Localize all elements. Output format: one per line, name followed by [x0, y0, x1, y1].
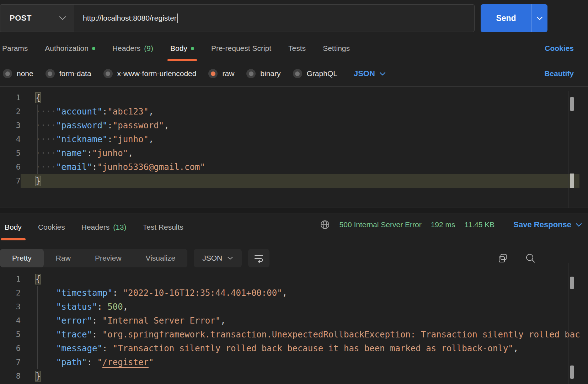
- copy-icon[interactable]: [497, 253, 508, 263]
- cookies-link[interactable]: Cookies: [545, 44, 574, 53]
- code-token: :: [102, 107, 107, 117]
- body-type-raw[interactable]: raw: [208, 69, 234, 78]
- view-preview[interactable]: Preview: [83, 249, 134, 267]
- radio-label: form-data: [59, 69, 91, 78]
- body-type-none[interactable]: none: [3, 69, 33, 78]
- code-text: {: [21, 272, 579, 286]
- code-text: "timestamp": "2022-10-16T12:35:44.401+00…: [21, 286, 579, 300]
- code-line[interactable]: 3 "status": 500,: [0, 300, 579, 314]
- tab-headers[interactable]: Headers(9): [104, 36, 162, 61]
- tab-label: Test Results: [143, 223, 183, 231]
- response-tab-body[interactable]: Body: [0, 213, 30, 241]
- code-token: "junho": [92, 148, 128, 158]
- response-tab-headers[interactable]: Headers(13): [73, 213, 135, 241]
- request-url-row: POST http://localhost:8080/register Send: [0, 4, 547, 32]
- view-visualize[interactable]: Visualize: [134, 249, 188, 267]
- code-line[interactable]: 1{: [0, 91, 579, 105]
- chevron-down-icon: [59, 16, 66, 20]
- response-scrollbar-thumb[interactable]: [570, 277, 574, 289]
- code-token: ····: [36, 148, 56, 158]
- request-scrollbar-thumb[interactable]: [570, 97, 574, 111]
- code-line[interactable]: 5 "trace": "org.springframework.transact…: [0, 327, 579, 341]
- radio-label: x-www-form-urlencoded: [117, 69, 197, 78]
- code-line[interactable]: 3····"password":"password",: [0, 118, 579, 132]
- method-select[interactable]: POST: [0, 4, 74, 32]
- code-line[interactable]: 7}: [0, 174, 579, 188]
- line-number: 6: [0, 344, 21, 353]
- body-type-graphql[interactable]: GraphQL: [293, 69, 337, 78]
- code-line[interactable]: 2 "timestamp": "2022-10-16T12:35:44.401+…: [0, 286, 579, 300]
- body-type-binary[interactable]: binary: [246, 69, 280, 78]
- code-line[interactable]: 7 "path": "/register": [0, 355, 579, 369]
- tab-label: Body: [5, 223, 22, 231]
- code-token: "abc123": [107, 107, 149, 117]
- tab-label: Headers: [81, 223, 109, 231]
- code-token: [36, 357, 56, 367]
- tab-label: Headers: [112, 44, 140, 53]
- code-text: ····"nickname":"junho",: [21, 132, 579, 146]
- response-scrollbar-track[interactable]: [568, 263, 568, 384]
- status-badge[interactable]: 500 Internal Server Error: [340, 220, 422, 229]
- code-token: :: [92, 162, 97, 172]
- save-response-label: Save Response: [513, 220, 571, 229]
- code-line[interactable]: 5····"name":"junho",: [0, 146, 579, 160]
- code-token: "junho5336@gmail.com": [97, 162, 205, 172]
- response-body-editor[interactable]: 1{2 "timestamp": "2022-10-16T12:35:44.40…: [0, 268, 579, 384]
- body-type-form-data[interactable]: form-data: [46, 69, 91, 78]
- code-line[interactable]: 6····"email":"junho5336@gmail.com": [0, 160, 579, 174]
- save-response-button[interactable]: Save Response: [513, 220, 582, 229]
- view-pretty[interactable]: Pretty: [0, 249, 44, 267]
- code-token: "message": [56, 343, 102, 353]
- request-body-editor[interactable]: 1{2····"account":"abc123",3····"password…: [0, 87, 579, 212]
- code-token: [36, 302, 56, 312]
- tab-params[interactable]: Params: [2, 36, 36, 61]
- request-scrollbar-track[interactable]: [568, 91, 568, 208]
- search-icon[interactable]: [525, 253, 536, 263]
- response-view-switch: PrettyRawPreviewVisualize: [0, 249, 187, 267]
- network-globe-icon[interactable]: [320, 219, 330, 230]
- tab-tests[interactable]: Tests: [280, 36, 314, 61]
- code-line[interactable]: 6 "message": "Transaction silently rolle…: [0, 341, 579, 355]
- code-token: ····: [36, 107, 56, 117]
- tab-settings[interactable]: Settings: [314, 36, 358, 61]
- code-line[interactable]: 2····"account":"abc123",: [0, 105, 579, 118]
- response-actions: [497, 253, 582, 263]
- line-number: 4: [0, 316, 21, 325]
- code-line[interactable]: 1{: [0, 272, 579, 286]
- code-token: "name": [56, 148, 87, 158]
- code-line[interactable]: 4 "error": "Internal Server Error",: [0, 314, 579, 327]
- url-input[interactable]: http://localhost:8080/register: [74, 4, 475, 32]
- language-select[interactable]: JSON: [354, 69, 386, 78]
- code-line[interactable]: 8}: [0, 369, 579, 383]
- code-token: [36, 288, 56, 298]
- tab-body[interactable]: Body: [162, 36, 203, 61]
- beautify-link[interactable]: Beautify: [544, 69, 574, 78]
- send-options-chevron-icon[interactable]: [531, 4, 547, 32]
- response-tab-test-results[interactable]: Test Results: [135, 213, 192, 241]
- response-header: BodyCookiesHeaders(13)Test Results 500 I…: [0, 213, 582, 241]
- code-token: "Internal Server Error": [102, 316, 220, 326]
- response-format-select[interactable]: JSON: [194, 249, 242, 267]
- view-raw[interactable]: Raw: [44, 249, 83, 267]
- code-token: }: [36, 371, 41, 381]
- code-text: }: [21, 369, 579, 383]
- code-token: "org.springframework.transaction.Unexpec…: [102, 330, 579, 340]
- code-token: [36, 330, 56, 340]
- wrap-text-button[interactable]: [248, 249, 269, 267]
- response-tab-cookies[interactable]: Cookies: [30, 213, 73, 241]
- pane-divider[interactable]: [0, 208, 588, 213]
- json-link[interactable]: /register: [102, 357, 149, 367]
- code-line[interactable]: 4····"nickname":"junho",: [0, 132, 579, 146]
- code-token: [36, 316, 56, 326]
- code-token: ,: [282, 288, 287, 298]
- body-type-x-www-form-urlencoded[interactable]: x-www-form-urlencoded: [103, 69, 197, 78]
- tab-authorization[interactable]: Authorization: [36, 36, 104, 61]
- response-overview-mark: [570, 366, 574, 379]
- response-size[interactable]: 11.45 KB: [465, 220, 495, 229]
- response-time[interactable]: 192 ms: [431, 220, 455, 229]
- tab-pre-request-script[interactable]: Pre-request Script: [203, 36, 280, 61]
- code-token: :: [107, 134, 112, 144]
- green-dot-icon: [92, 47, 95, 50]
- code-token: :: [102, 343, 113, 353]
- send-button[interactable]: Send: [481, 4, 547, 32]
